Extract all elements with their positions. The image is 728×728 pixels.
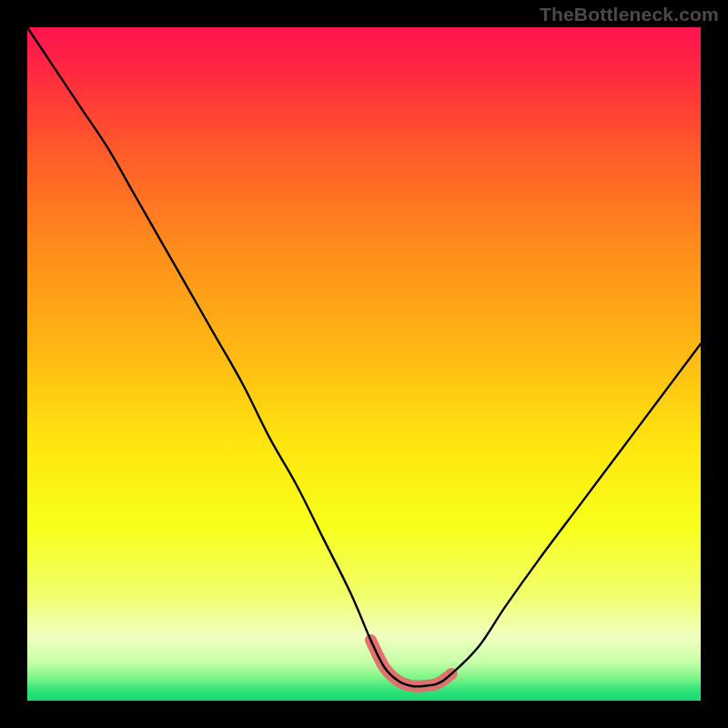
watermark-text: TheBottleneck.com xyxy=(540,4,719,25)
chart-frame: TheBottleneck.com xyxy=(0,0,728,728)
chart-background-gradient xyxy=(27,27,701,701)
chart-svg xyxy=(27,27,701,701)
chart-plot-area xyxy=(27,27,701,701)
